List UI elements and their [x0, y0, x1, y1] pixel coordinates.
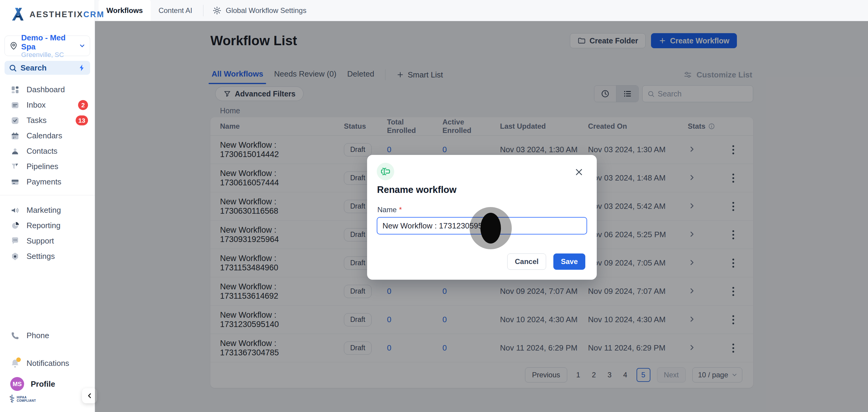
chevron-left-icon	[86, 392, 93, 400]
location-city: Greenville, SC	[21, 51, 75, 59]
sidebar-item-notifications[interactable]: Notifications	[0, 356, 95, 371]
lightning-bolt-icon	[78, 64, 86, 72]
sidebar-item-label: Contacts	[27, 147, 58, 156]
sidebar-item-label: Support	[27, 236, 54, 246]
sidebar-item-label: Dashboard	[27, 85, 65, 94]
sidebar-item-label: Reporting	[27, 221, 61, 230]
sidebar-item-label: Marketing	[27, 205, 61, 215]
save-button[interactable]: Save	[553, 253, 585, 270]
brand-logo[interactable]: AESTHETIXCRM	[10, 7, 104, 22]
search-icon	[9, 64, 17, 72]
sidebar-item-inbox[interactable]: Inbox 2	[0, 97, 95, 113]
notification-dot	[16, 357, 21, 362]
location-name: Demo - Med Spa	[21, 33, 75, 51]
text-caret	[496, 221, 496, 230]
contacts-icon	[10, 147, 20, 156]
payments-icon	[10, 177, 20, 187]
topbar: Workflows Content AI Global Workflow Set…	[95, 0, 868, 21]
sidebar-nav-secondary: Marketing Reporting Support Settings	[0, 202, 95, 264]
location-switcher[interactable]: Demo - Med Spa Greenville, SC	[4, 36, 90, 56]
close-icon	[575, 167, 584, 177]
modal-title: Rename workflow	[377, 185, 457, 195]
tab-workflows[interactable]: Workflows	[98, 0, 151, 21]
name-field-label: Name*	[377, 205, 402, 214]
text-cursor-input-icon	[381, 167, 390, 176]
sidebar-item-marketing[interactable]: Marketing	[0, 202, 95, 218]
global-workflow-settings-label: Global Workflow Settings	[226, 6, 307, 15]
rename-workflow-modal: Rename workflow Name* New Workflow : 173…	[367, 155, 597, 280]
dashboard-icon	[10, 85, 20, 95]
workflow-name-input-value: New Workflow : 1731230595140	[382, 221, 495, 230]
tasks-badge: 13	[76, 116, 88, 125]
modal-close-button[interactable]	[574, 167, 584, 177]
settings-icon	[10, 252, 20, 261]
sidebar-item-pipelines[interactable]: Pipelines	[0, 159, 95, 174]
hipaa-compliant-logo: ⚕ HIPAACOMPLIANT	[9, 393, 36, 405]
sidebar-item-dashboard[interactable]: Dashboard	[0, 82, 95, 97]
sidebar-item-profile[interactable]: MS Profile	[0, 376, 95, 392]
app-root: AESTHETIXCRM Demo - Med Spa Greenville, …	[0, 0, 868, 412]
reporting-icon	[10, 221, 20, 230]
topbar-divider	[203, 5, 204, 16]
sidebar-item-calendars[interactable]: Calendars	[0, 128, 95, 144]
sidebar-item-support[interactable]: Support	[0, 233, 95, 249]
chevron-down-icon	[79, 42, 86, 50]
inbox-badge: 2	[78, 100, 88, 110]
cancel-button[interactable]: Cancel	[507, 253, 546, 270]
required-asterisk: *	[399, 205, 402, 214]
support-icon	[10, 236, 20, 246]
hipaa-text-line2: COMPLIANT	[17, 399, 36, 402]
hipaa-text-line1: HIPAA	[17, 396, 36, 399]
workflow-name-input[interactable]: New Workflow : 1731230595140	[377, 217, 587, 234]
sidebar-item-label: Tasks	[27, 116, 46, 125]
sidebar: AESTHETIXCRM Demo - Med Spa Greenville, …	[0, 0, 95, 412]
sidebar-item-phone[interactable]: Phone	[0, 328, 95, 343]
sidebar-item-payments[interactable]: Payments	[0, 174, 95, 190]
sidebar-item-reporting[interactable]: Reporting	[0, 218, 95, 233]
sidebar-divider	[0, 195, 95, 195]
profile-label: Profile	[31, 379, 55, 389]
tab-content-ai[interactable]: Content AI	[151, 0, 200, 21]
gear-icon	[213, 6, 221, 15]
pipelines-icon	[10, 162, 20, 171]
profile-avatar: MS	[10, 377, 24, 391]
global-search[interactable]: Search	[4, 61, 90, 75]
sidebar-item-tasks[interactable]: Tasks 13	[0, 113, 95, 128]
caduceus-icon: ⚕	[9, 393, 15, 405]
brand-name: AESTHETIXCRM	[30, 10, 104, 19]
global-search-label: Search	[21, 63, 47, 73]
inbox-icon	[10, 100, 20, 110]
bell-icon	[10, 359, 20, 368]
sidebar-item-label: Pipelines	[27, 162, 59, 171]
brand-logo-icon	[10, 7, 26, 22]
sidebar-nav-primary: Dashboard Inbox 2 Tasks 13 Calendars Con…	[0, 82, 95, 190]
sidebar-item-label: Phone	[27, 331, 49, 340]
sidebar-item-label: Inbox	[27, 100, 46, 110]
sidebar-item-contacts[interactable]: Contacts	[0, 144, 95, 159]
sidebar-item-settings[interactable]: Settings	[0, 249, 95, 264]
sidebar-item-label: Notifications	[27, 359, 69, 368]
phone-icon	[10, 331, 20, 341]
sidebar-item-label: Calendars	[27, 131, 62, 140]
sidebar-item-label: Payments	[27, 177, 61, 187]
global-workflow-settings-link[interactable]: Global Workflow Settings	[207, 0, 313, 21]
tasks-icon	[10, 116, 20, 125]
calendar-icon	[10, 131, 20, 141]
rename-icon-circle	[377, 163, 394, 180]
sidebar-item-label: Settings	[27, 252, 55, 261]
location-pin-icon	[9, 41, 18, 51]
marketing-icon	[10, 205, 20, 215]
